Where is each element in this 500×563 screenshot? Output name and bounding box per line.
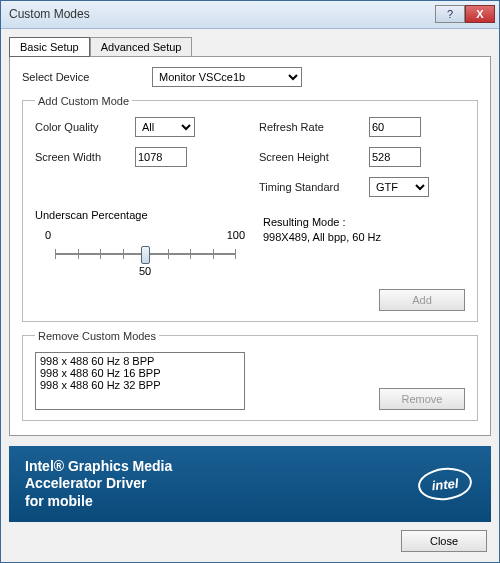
- tab-basic-setup[interactable]: Basic Setup: [9, 37, 90, 57]
- list-item[interactable]: 998 x 488 60 Hz 32 BPP: [40, 379, 240, 391]
- color-quality-dropdown[interactable]: All: [135, 117, 195, 137]
- add-custom-mode-legend: Add Custom Mode: [35, 95, 132, 107]
- banner-line1: Intel® Graphics Media: [25, 458, 172, 474]
- underscan-center: 50: [45, 265, 245, 277]
- timing-standard-label: Timing Standard: [259, 181, 369, 193]
- close-icon[interactable]: X: [465, 5, 495, 23]
- underscan-min: 0: [45, 229, 51, 241]
- slider-thumb[interactable]: [141, 246, 150, 264]
- resulting-mode-value: 998X489, All bpp, 60 Hz: [263, 230, 465, 245]
- dialog-footer: Close: [9, 522, 491, 554]
- close-button[interactable]: Close: [401, 530, 487, 552]
- refresh-rate-input[interactable]: [369, 117, 421, 137]
- banner-line2: Accelerator Driver: [25, 475, 146, 491]
- color-quality-row: Color Quality All: [35, 117, 241, 137]
- select-device-label: Select Device: [22, 71, 152, 83]
- underscan-slider[interactable]: 0 100: [45, 229, 245, 277]
- spacer-cell: [35, 177, 241, 197]
- select-device-row: Select Device Monitor VSCce1b: [22, 67, 478, 87]
- help-button[interactable]: ?: [435, 5, 465, 23]
- resulting-mode-block: Resulting Mode : 998X489, All bpp, 60 Hz: [263, 209, 465, 281]
- timing-standard-row: Timing Standard GTF: [259, 177, 465, 197]
- select-device-dropdown[interactable]: Monitor VSCce1b: [152, 67, 302, 87]
- underscan-block: Underscan Percentage 0 100: [35, 209, 245, 281]
- screen-height-input[interactable]: [369, 147, 421, 167]
- titlebar-buttons: ? X: [435, 5, 495, 23]
- resulting-mode-label: Resulting Mode :: [263, 215, 465, 230]
- underscan-max: 100: [227, 229, 245, 241]
- screen-width-label: Screen Width: [35, 151, 135, 163]
- screen-width-input[interactable]: [135, 147, 187, 167]
- refresh-rate-label: Refresh Rate: [259, 121, 369, 133]
- intel-banner: Intel® Graphics Media Accelerator Driver…: [9, 446, 491, 523]
- tab-pane-basic: Select Device Monitor VSCce1b Add Custom…: [9, 56, 491, 436]
- screen-width-row: Screen Width: [35, 147, 241, 167]
- custom-modes-window: Custom Modes ? X Basic Setup Advanced Se…: [0, 0, 500, 563]
- refresh-rate-row: Refresh Rate: [259, 117, 465, 137]
- titlebar: Custom Modes ? X: [1, 1, 499, 29]
- tab-advanced-setup[interactable]: Advanced Setup: [90, 37, 193, 56]
- underscan-label: Underscan Percentage: [35, 209, 245, 221]
- screen-height-label: Screen Height: [259, 151, 369, 163]
- timing-standard-dropdown[interactable]: GTF: [369, 177, 429, 197]
- screen-height-row: Screen Height: [259, 147, 465, 167]
- product-name: Intel® Graphics Media Accelerator Driver…: [25, 458, 415, 511]
- window-title: Custom Modes: [9, 7, 435, 21]
- list-item[interactable]: 998 x 488 60 Hz 16 BPP: [40, 367, 240, 379]
- remove-custom-modes-group: Remove Custom Modes 998 x 488 60 Hz 8 BP…: [22, 330, 478, 421]
- slider-track[interactable]: [55, 243, 235, 265]
- add-button[interactable]: Add: [379, 289, 465, 311]
- intel-logo-icon: intel: [415, 464, 475, 504]
- custom-modes-listbox[interactable]: 998 x 488 60 Hz 8 BPP 998 x 488 60 Hz 16…: [35, 352, 245, 410]
- tab-strip: Basic Setup Advanced Setup: [9, 37, 491, 56]
- banner-line3: for mobile: [25, 493, 93, 509]
- remove-button[interactable]: Remove: [379, 388, 465, 410]
- remove-custom-modes-legend: Remove Custom Modes: [35, 330, 159, 342]
- client-area: Basic Setup Advanced Setup Select Device…: [1, 29, 499, 563]
- list-item[interactable]: 998 x 488 60 Hz 8 BPP: [40, 355, 240, 367]
- add-custom-mode-group: Add Custom Mode Color Quality All Refres…: [22, 95, 478, 322]
- color-quality-label: Color Quality: [35, 121, 135, 133]
